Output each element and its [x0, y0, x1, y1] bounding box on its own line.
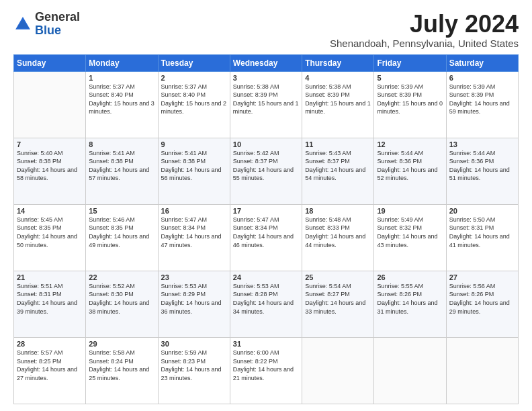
day-number: 3 — [233, 74, 299, 82]
day-number: 12 — [377, 140, 443, 148]
calendar-cell: 15Sunrise: 5:46 AMSunset: 8:35 PMDayligh… — [86, 204, 158, 271]
calendar-cell: 1Sunrise: 5:37 AMSunset: 8:40 PMDaylight… — [86, 71, 158, 138]
calendar-cell — [302, 337, 374, 404]
day-number: 10 — [233, 140, 299, 148]
day-info: Sunrise: 5:47 AMSunset: 8:34 PMDaylight:… — [161, 216, 227, 249]
day-number: 28 — [17, 340, 83, 348]
logo-blue: Blue — [35, 24, 61, 37]
day-info: Sunrise: 5:55 AMSunset: 8:26 PMDaylight:… — [377, 282, 443, 316]
col-monday: Monday — [86, 54, 158, 71]
calendar-cell — [446, 337, 518, 404]
day-info: Sunrise: 5:41 AMSunset: 8:38 PMDaylight:… — [89, 149, 154, 183]
day-info: Sunrise: 5:59 AMSunset: 8:23 PMDaylight:… — [161, 349, 227, 382]
calendar-cell: 27Sunrise: 5:56 AMSunset: 8:26 PMDayligh… — [446, 271, 518, 337]
day-info: Sunrise: 5:40 AMSunset: 8:38 PMDaylight:… — [17, 149, 83, 183]
calendar-cell: 14Sunrise: 5:45 AMSunset: 8:35 PMDayligh… — [14, 204, 86, 271]
day-info: Sunrise: 5:52 AMSunset: 8:30 PMDaylight:… — [89, 282, 154, 316]
svg-marker-1 — [17, 19, 30, 28]
calendar-table: Sunday Monday Tuesday Wednesday Thursday… — [13, 54, 519, 404]
calendar-cell: 30Sunrise: 5:59 AMSunset: 8:23 PMDayligh… — [158, 337, 230, 404]
header: General Blue July 2024 Shenandoah, Penns… — [13, 11, 519, 49]
day-info: Sunrise: 5:43 AMSunset: 8:37 PMDaylight:… — [305, 149, 371, 183]
calendar-header-row: Sunday Monday Tuesday Wednesday Thursday… — [14, 54, 519, 71]
day-info: Sunrise: 5:41 AMSunset: 8:38 PMDaylight:… — [161, 149, 227, 183]
day-number: 25 — [305, 273, 371, 281]
calendar-cell: 12Sunrise: 5:44 AMSunset: 8:36 PMDayligh… — [374, 138, 446, 204]
day-number: 30 — [161, 340, 227, 348]
day-info: Sunrise: 5:37 AMSunset: 8:40 PMDaylight:… — [89, 83, 154, 116]
calendar-cell: 21Sunrise: 5:51 AMSunset: 8:31 PMDayligh… — [14, 271, 86, 337]
calendar-cell: 18Sunrise: 5:48 AMSunset: 8:33 PMDayligh… — [302, 204, 374, 271]
location: Shenandoah, Pennsylvania, United States — [330, 38, 519, 49]
day-number: 6 — [449, 74, 515, 82]
day-number: 2 — [161, 74, 227, 82]
day-info: Sunrise: 5:38 AMSunset: 8:39 PMDaylight:… — [305, 83, 371, 116]
day-info: Sunrise: 5:39 AMSunset: 8:39 PMDaylight:… — [377, 83, 443, 116]
day-number: 16 — [161, 207, 227, 215]
calendar-cell: 13Sunrise: 5:44 AMSunset: 8:36 PMDayligh… — [446, 138, 518, 204]
calendar-week-1: 7Sunrise: 5:40 AMSunset: 8:38 PMDaylight… — [14, 138, 519, 204]
day-info: Sunrise: 5:38 AMSunset: 8:39 PMDaylight:… — [233, 83, 299, 116]
calendar-cell: 22Sunrise: 5:52 AMSunset: 8:30 PMDayligh… — [86, 271, 158, 337]
day-number: 8 — [89, 140, 154, 148]
page: General Blue July 2024 Shenandoah, Penns… — [0, 0, 532, 411]
day-number: 19 — [377, 207, 443, 215]
logo: General Blue — [13, 11, 80, 38]
day-number: 21 — [17, 273, 83, 281]
day-number: 31 — [233, 340, 299, 348]
day-number: 26 — [377, 273, 443, 281]
calendar-cell — [14, 71, 86, 138]
calendar-cell: 7Sunrise: 5:40 AMSunset: 8:38 PMDaylight… — [14, 138, 86, 204]
day-info: Sunrise: 5:57 AMSunset: 8:25 PMDaylight:… — [17, 349, 83, 382]
day-info: Sunrise: 5:50 AMSunset: 8:31 PMDaylight:… — [449, 216, 515, 249]
calendar-cell: 16Sunrise: 5:47 AMSunset: 8:34 PMDayligh… — [158, 204, 230, 271]
calendar-cell: 3Sunrise: 5:38 AMSunset: 8:39 PMDaylight… — [230, 71, 302, 138]
day-number: 7 — [17, 140, 83, 148]
calendar-cell: 23Sunrise: 5:53 AMSunset: 8:29 PMDayligh… — [158, 271, 230, 337]
day-info: Sunrise: 5:48 AMSunset: 8:33 PMDaylight:… — [305, 216, 371, 249]
day-number: 29 — [89, 340, 154, 348]
day-number: 14 — [17, 207, 83, 215]
day-info: Sunrise: 6:00 AMSunset: 8:22 PMDaylight:… — [233, 349, 299, 382]
day-number: 18 — [305, 207, 371, 215]
calendar-cell: 26Sunrise: 5:55 AMSunset: 8:26 PMDayligh… — [374, 271, 446, 337]
col-sunday: Sunday — [14, 54, 86, 71]
day-number: 13 — [449, 140, 515, 148]
day-info: Sunrise: 5:47 AMSunset: 8:34 PMDaylight:… — [233, 216, 299, 249]
day-info: Sunrise: 5:58 AMSunset: 8:24 PMDaylight:… — [89, 349, 154, 382]
calendar-cell: 4Sunrise: 5:38 AMSunset: 8:39 PMDaylight… — [302, 71, 374, 138]
day-info: Sunrise: 5:54 AMSunset: 8:27 PMDaylight:… — [305, 282, 371, 316]
calendar-cell: 25Sunrise: 5:54 AMSunset: 8:27 PMDayligh… — [302, 271, 374, 337]
day-info: Sunrise: 5:39 AMSunset: 8:39 PMDaylight:… — [449, 83, 515, 116]
calendar-cell: 24Sunrise: 5:53 AMSunset: 8:28 PMDayligh… — [230, 271, 302, 337]
calendar-cell: 10Sunrise: 5:42 AMSunset: 8:37 PMDayligh… — [230, 138, 302, 204]
month-title: July 2024 — [330, 11, 519, 38]
logo-icon — [13, 15, 32, 34]
day-info: Sunrise: 5:53 AMSunset: 8:29 PMDaylight:… — [161, 282, 227, 316]
calendar-cell: 8Sunrise: 5:41 AMSunset: 8:38 PMDaylight… — [86, 138, 158, 204]
day-number: 4 — [305, 74, 371, 82]
day-info: Sunrise: 5:37 AMSunset: 8:40 PMDaylight:… — [161, 83, 227, 116]
calendar-cell: 5Sunrise: 5:39 AMSunset: 8:39 PMDaylight… — [374, 71, 446, 138]
calendar-week-0: 1Sunrise: 5:37 AMSunset: 8:40 PMDaylight… — [14, 71, 519, 138]
day-number: 5 — [377, 74, 443, 82]
calendar-cell: 28Sunrise: 5:57 AMSunset: 8:25 PMDayligh… — [14, 337, 86, 404]
day-number: 11 — [305, 140, 371, 148]
calendar-cell: 29Sunrise: 5:58 AMSunset: 8:24 PMDayligh… — [86, 337, 158, 404]
calendar-cell: 2Sunrise: 5:37 AMSunset: 8:40 PMDaylight… — [158, 71, 230, 138]
calendar-cell: 20Sunrise: 5:50 AMSunset: 8:31 PMDayligh… — [446, 204, 518, 271]
day-info: Sunrise: 5:56 AMSunset: 8:26 PMDaylight:… — [449, 282, 515, 316]
day-number: 1 — [89, 74, 154, 82]
day-info: Sunrise: 5:42 AMSunset: 8:37 PMDaylight:… — [233, 149, 299, 183]
calendar-cell: 6Sunrise: 5:39 AMSunset: 8:39 PMDaylight… — [446, 71, 518, 138]
day-number: 23 — [161, 273, 227, 281]
day-number: 24 — [233, 273, 299, 281]
day-number: 15 — [89, 207, 154, 215]
title-block: July 2024 Shenandoah, Pennsylvania, Unit… — [330, 11, 519, 49]
calendar-cell: 9Sunrise: 5:41 AMSunset: 8:38 PMDaylight… — [158, 138, 230, 204]
day-number: 17 — [233, 207, 299, 215]
calendar-cell: 19Sunrise: 5:49 AMSunset: 8:32 PMDayligh… — [374, 204, 446, 271]
calendar-cell: 11Sunrise: 5:43 AMSunset: 8:37 PMDayligh… — [302, 138, 374, 204]
day-info: Sunrise: 5:46 AMSunset: 8:35 PMDaylight:… — [89, 216, 154, 249]
day-info: Sunrise: 5:49 AMSunset: 8:32 PMDaylight:… — [377, 216, 443, 249]
